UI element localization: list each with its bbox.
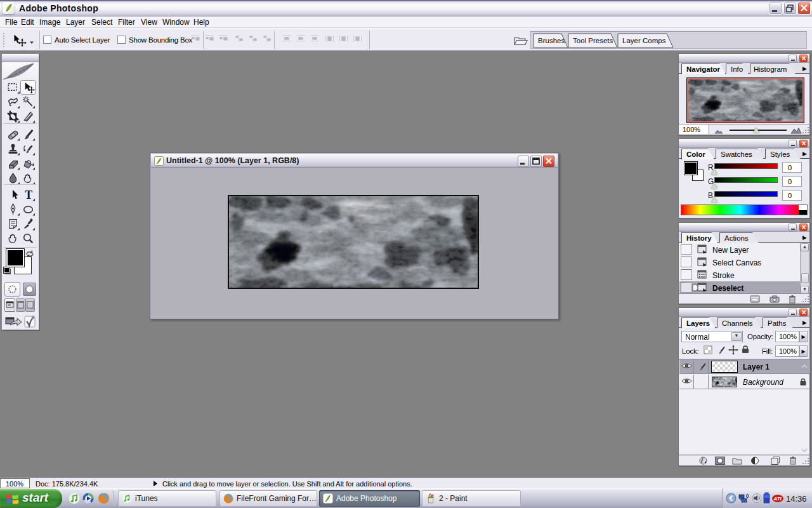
svg-text:Layer Comps: Layer Comps <box>622 37 666 44</box>
svg-text:Tool Presets: Tool Presets <box>573 37 613 44</box>
svg-text:T: T <box>25 189 32 201</box>
svg-text:ATI: ATI <box>773 496 782 502</box>
svg-text:Brushes: Brushes <box>538 37 565 44</box>
